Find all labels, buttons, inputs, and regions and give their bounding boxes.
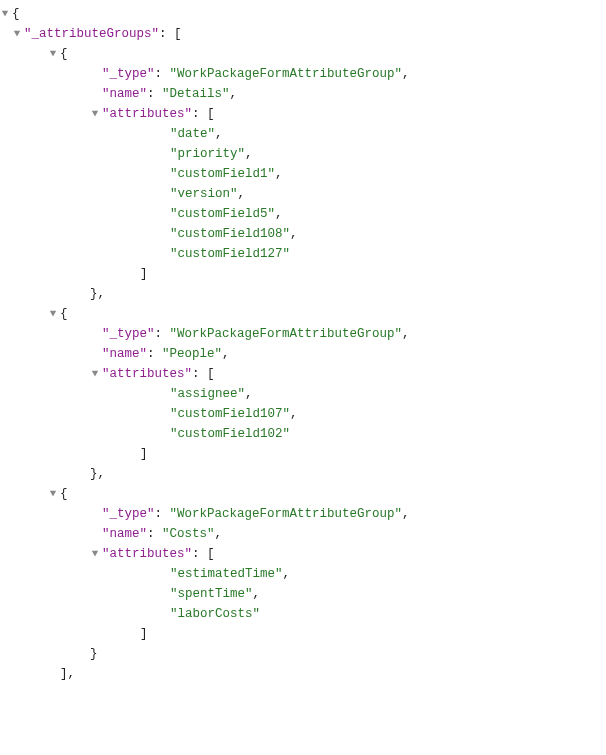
disclosure-triangle-icon[interactable]	[48, 50, 58, 58]
disclosure-triangle-icon[interactable]	[48, 310, 58, 318]
svg-marker-5	[92, 371, 98, 377]
json-punct: ,	[98, 284, 106, 304]
json-punct: ,	[253, 584, 261, 604]
json-line: "_attributeGroups": [	[0, 24, 606, 44]
json-line: ],	[0, 664, 606, 684]
json-punct: : [	[192, 544, 215, 564]
json-line: "spentTime",	[0, 584, 606, 604]
json-line: "customField5",	[0, 204, 606, 224]
json-punct: :	[147, 524, 162, 544]
json-string: "assignee"	[170, 384, 245, 404]
json-line: "laborCosts"	[0, 604, 606, 624]
svg-marker-1	[14, 31, 20, 37]
disclosure-triangle-icon[interactable]	[90, 110, 100, 118]
json-punct: ,	[275, 164, 283, 184]
svg-marker-0	[2, 11, 8, 17]
json-punct: ],	[60, 664, 75, 684]
json-key: "_type"	[102, 64, 155, 84]
json-line: "name": "Details",	[0, 84, 606, 104]
json-string: "Costs"	[162, 524, 215, 544]
json-string: "customField107"	[170, 404, 290, 424]
json-line: }	[0, 644, 606, 664]
json-punct: ]	[140, 444, 148, 464]
json-line: "name": "People",	[0, 344, 606, 364]
json-line: {	[0, 44, 606, 64]
json-line: {	[0, 484, 606, 504]
json-line: },	[0, 464, 606, 484]
json-punct: : [	[192, 364, 215, 384]
json-line: "attributes": [	[0, 104, 606, 124]
json-punct: }	[90, 644, 98, 664]
json-punct: : [	[192, 104, 215, 124]
json-punct: : [	[159, 24, 182, 44]
json-string: "estimatedTime"	[170, 564, 283, 584]
json-line: "customField127"	[0, 244, 606, 264]
json-line: "name": "Costs",	[0, 524, 606, 544]
json-string: "customField127"	[170, 244, 290, 264]
json-string: "Details"	[162, 84, 230, 104]
json-key: "name"	[102, 524, 147, 544]
json-punct: ,	[275, 204, 283, 224]
json-line: "_type": "WorkPackageFormAttributeGroup"…	[0, 324, 606, 344]
json-line: "_type": "WorkPackageFormAttributeGroup"…	[0, 64, 606, 84]
json-line: "attributes": [	[0, 544, 606, 564]
json-punct: ,	[290, 224, 298, 244]
json-string: "laborCosts"	[170, 604, 260, 624]
svg-marker-6	[50, 491, 56, 497]
disclosure-triangle-icon[interactable]	[0, 10, 10, 18]
json-line: ]	[0, 264, 606, 284]
svg-marker-7	[92, 551, 98, 557]
json-line: "customField107",	[0, 404, 606, 424]
disclosure-triangle-icon[interactable]	[90, 370, 100, 378]
json-punct: :	[155, 324, 170, 344]
json-punct: ]	[140, 624, 148, 644]
json-punct: ,	[245, 144, 253, 164]
json-key: "_type"	[102, 324, 155, 344]
json-string: "priority"	[170, 144, 245, 164]
json-key: "name"	[102, 344, 147, 364]
json-punct: ,	[215, 124, 223, 144]
svg-marker-2	[50, 51, 56, 57]
json-punct: :	[147, 84, 162, 104]
json-punct: {	[60, 44, 68, 64]
json-punct: {	[12, 4, 20, 24]
json-string: "People"	[162, 344, 222, 364]
json-line: "priority",	[0, 144, 606, 164]
json-punct: ,	[215, 524, 223, 544]
json-line: },	[0, 284, 606, 304]
json-key: "attributes"	[102, 364, 192, 384]
disclosure-triangle-icon[interactable]	[12, 30, 22, 38]
json-string: "customField5"	[170, 204, 275, 224]
json-line: "customField1",	[0, 164, 606, 184]
json-string: "customField108"	[170, 224, 290, 244]
json-key: "name"	[102, 84, 147, 104]
json-string: "version"	[170, 184, 238, 204]
json-string: "WorkPackageFormAttributeGroup"	[170, 64, 403, 84]
json-punct: :	[155, 504, 170, 524]
json-line: "_type": "WorkPackageFormAttributeGroup"…	[0, 504, 606, 524]
json-string: "date"	[170, 124, 215, 144]
json-punct: ,	[245, 384, 253, 404]
json-line: "estimatedTime",	[0, 564, 606, 584]
json-line: ]	[0, 624, 606, 644]
disclosure-triangle-icon[interactable]	[48, 490, 58, 498]
json-key: "_type"	[102, 504, 155, 524]
json-line: "attributes": [	[0, 364, 606, 384]
json-punct: ,	[402, 324, 410, 344]
json-punct: {	[60, 304, 68, 324]
json-punct: ]	[140, 264, 148, 284]
json-key: "_attributeGroups"	[24, 24, 159, 44]
json-line: {	[0, 304, 606, 324]
json-punct: ,	[230, 84, 238, 104]
json-line: "assignee",	[0, 384, 606, 404]
disclosure-triangle-icon[interactable]	[90, 550, 100, 558]
json-line: {	[0, 4, 606, 24]
json-punct: :	[155, 64, 170, 84]
svg-marker-4	[50, 311, 56, 317]
json-string: "customField1"	[170, 164, 275, 184]
json-punct: {	[60, 484, 68, 504]
json-key: "attributes"	[102, 104, 192, 124]
json-line: "date",	[0, 124, 606, 144]
svg-marker-3	[92, 111, 98, 117]
json-punct: :	[147, 344, 162, 364]
